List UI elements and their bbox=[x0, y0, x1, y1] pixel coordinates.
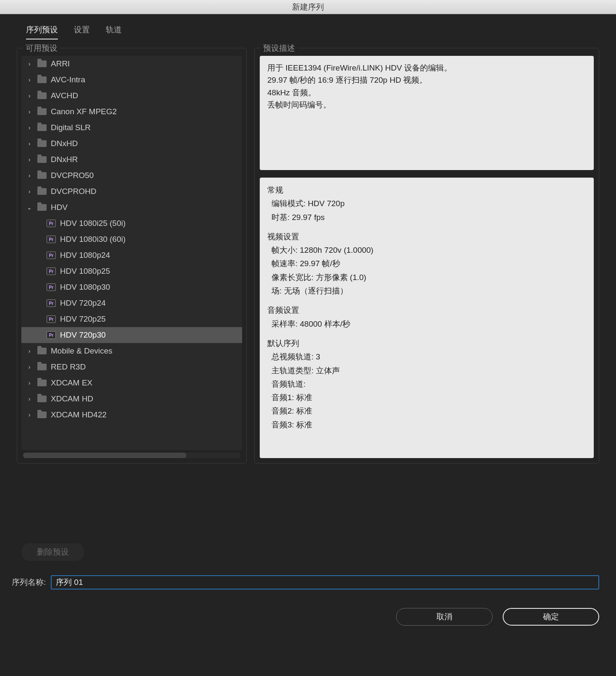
chevron-right-icon: › bbox=[26, 364, 33, 370]
scrollbar-thumb[interactable] bbox=[23, 453, 186, 458]
tree-preset[interactable]: PrHDV 720p30 bbox=[21, 327, 242, 343]
chevron-right-icon: › bbox=[26, 188, 33, 195]
folder-icon bbox=[37, 380, 47, 386]
audio-tracks-label: 音频轨道: bbox=[267, 377, 586, 391]
tabs-bar: 序列预设 设置 轨道 bbox=[0, 14, 616, 39]
preset-description-panel: 预设描述 用于 IEEE1394 (FireWire/i.LINK) HDV 设… bbox=[254, 48, 599, 464]
tree-preset[interactable]: PrHDV 1080i25 (50i) bbox=[21, 215, 242, 231]
pixel-aspect-value: 像素长宽比: 方形像素 (1.0) bbox=[267, 271, 586, 284]
tree-folder-label: DVCPROHD bbox=[51, 187, 97, 196]
preset-icon: Pr bbox=[47, 283, 56, 291]
folder-icon bbox=[37, 364, 47, 370]
sequence-name-label: 序列名称: bbox=[12, 577, 46, 588]
tree-preset[interactable]: PrHDV 720p25 bbox=[21, 311, 242, 327]
tree-folder[interactable]: ›XDCAM EX bbox=[21, 375, 242, 391]
chevron-right-icon: › bbox=[26, 124, 33, 131]
sample-rate-value: 采样率: 48000 样本/秒 bbox=[267, 317, 586, 331]
frame-rate-value: 帧速率: 29.97 帧/秒 bbox=[267, 257, 586, 270]
folder-icon bbox=[37, 172, 47, 179]
chevron-right-icon: › bbox=[26, 348, 33, 354]
video-tracks-value: 总视频轨道: 3 bbox=[267, 350, 586, 364]
delete-preset-button: 删除预设 bbox=[22, 543, 84, 561]
audio2-value: 音频2: 标准 bbox=[267, 404, 586, 418]
window-title: 新建序列 bbox=[292, 2, 324, 13]
preset-tree[interactable]: ›ARRI›AVC-Intra›AVCHD›Canon XF MPEG2›Dig… bbox=[21, 56, 242, 450]
tree-folder[interactable]: ›ARRI bbox=[21, 56, 242, 72]
folder-icon bbox=[37, 124, 47, 131]
tree-preset-label: HDV 1080p25 bbox=[60, 267, 110, 276]
tab-settings[interactable]: 设置 bbox=[74, 24, 90, 39]
folder-icon bbox=[37, 188, 47, 195]
tree-folder[interactable]: ›XDCAM HD bbox=[21, 391, 242, 407]
tree-preset[interactable]: PrHDV 1080p25 bbox=[21, 263, 242, 279]
ok-button[interactable]: 确定 bbox=[503, 608, 599, 626]
timebase-value: 时基: 29.97 fps bbox=[267, 211, 586, 224]
folder-icon bbox=[37, 92, 47, 99]
tab-presets[interactable]: 序列预设 bbox=[26, 24, 58, 39]
description-line: 丢帧时间码编号。 bbox=[267, 99, 586, 111]
available-presets-panel: 可用预设 ›ARRI›AVC-Intra›AVCHD›Canon XF MPEG… bbox=[17, 48, 247, 464]
tree-folder-label: AVCHD bbox=[51, 91, 78, 100]
tree-folder[interactable]: ›Canon XF MPEG2 bbox=[21, 104, 242, 120]
tree-preset-label: HDV 1080p24 bbox=[60, 251, 110, 260]
preset-description-label: 预设描述 bbox=[261, 43, 298, 54]
tree-folder-label: DVCPRO50 bbox=[51, 171, 94, 180]
preset-icon: Pr bbox=[47, 236, 56, 243]
tree-folder-label: XDCAM HD bbox=[51, 394, 93, 404]
sequence-name-input[interactable] bbox=[51, 575, 599, 590]
tree-folder-label: ARRI bbox=[51, 59, 70, 68]
tree-preset[interactable]: PrHDV 720p24 bbox=[21, 295, 242, 311]
description-line: 48kHz 音频。 bbox=[267, 86, 586, 99]
tree-preset-label: HDV 1080i25 (50i) bbox=[60, 219, 125, 228]
folder-icon bbox=[37, 411, 47, 418]
audio1-value: 音频1: 标准 bbox=[267, 391, 586, 404]
tree-preset[interactable]: PrHDV 1080p30 bbox=[21, 279, 242, 295]
chevron-right-icon: › bbox=[26, 108, 33, 115]
fields-value: 场: 无场（逐行扫描） bbox=[267, 284, 586, 298]
tree-preset-label: HDV 1080p30 bbox=[60, 283, 110, 292]
tree-folder[interactable]: ›Digital SLR bbox=[21, 120, 242, 136]
titlebar: 新建序列 bbox=[0, 0, 616, 14]
chevron-down-icon: ⌄ bbox=[26, 204, 33, 211]
folder-icon bbox=[37, 60, 47, 67]
chevron-right-icon: › bbox=[26, 411, 33, 418]
tree-folder-label: XDCAM EX bbox=[51, 378, 92, 388]
frame-size-value: 帧大小: 1280h 720v (1.0000) bbox=[267, 244, 586, 257]
tree-folder-label: Canon XF MPEG2 bbox=[51, 107, 117, 116]
available-presets-label: 可用预设 bbox=[23, 43, 60, 54]
audio-settings-heading: 音频设置 bbox=[267, 304, 586, 317]
tree-folder-label: HDV bbox=[51, 203, 68, 212]
tree-folder[interactable]: ›XDCAM HD422 bbox=[21, 407, 242, 423]
tab-tracks[interactable]: 轨道 bbox=[106, 24, 122, 39]
preset-icon: Pr bbox=[47, 220, 56, 227]
tree-preset[interactable]: PrHDV 1080i30 (60i) bbox=[21, 231, 242, 247]
tree-preset-label: HDV 720p30 bbox=[60, 330, 106, 340]
tree-folder[interactable]: ›RED R3D bbox=[21, 359, 242, 375]
folder-icon bbox=[37, 396, 47, 402]
cancel-button[interactable]: 取消 bbox=[396, 608, 493, 626]
chevron-right-icon: › bbox=[26, 380, 33, 386]
horizontal-scrollbar[interactable] bbox=[23, 453, 240, 458]
tree-folder[interactable]: ⌄HDV bbox=[21, 199, 242, 215]
description-box: 用于 IEEE1394 (FireWire/i.LINK) HDV 设备的编辑。… bbox=[260, 56, 594, 170]
preset-icon: Pr bbox=[47, 315, 56, 323]
tree-folder[interactable]: ›Mobile & Devices bbox=[21, 343, 242, 359]
description-line: 29.97 帧/秒的 16:9 逐行扫描 720p HD 视频。 bbox=[267, 74, 586, 86]
tree-preset[interactable]: PrHDV 1080p24 bbox=[21, 247, 242, 263]
tree-folder-label: Digital SLR bbox=[51, 123, 91, 132]
tree-folder[interactable]: ›DNxHR bbox=[21, 152, 242, 168]
tree-folder[interactable]: ›DNxHD bbox=[21, 136, 242, 152]
tree-folder[interactable]: ›AVCHD bbox=[21, 88, 242, 104]
tree-folder[interactable]: ›DVCPRO50 bbox=[21, 168, 242, 183]
tree-folder-label: Mobile & Devices bbox=[51, 346, 112, 356]
chevron-right-icon: › bbox=[26, 60, 33, 67]
default-sequence-heading: 默认序列 bbox=[267, 337, 586, 350]
tree-preset-label: HDV 1080i30 (60i) bbox=[60, 235, 125, 244]
chevron-right-icon: › bbox=[26, 396, 33, 402]
tree-folder-label: XDCAM HD422 bbox=[51, 410, 107, 419]
tree-folder[interactable]: ›DVCPROHD bbox=[21, 183, 242, 199]
tree-folder[interactable]: ›AVC-Intra bbox=[21, 72, 242, 88]
preset-icon: Pr bbox=[47, 331, 56, 339]
tree-folder-label: RED R3D bbox=[51, 362, 86, 372]
folder-icon bbox=[37, 156, 47, 163]
